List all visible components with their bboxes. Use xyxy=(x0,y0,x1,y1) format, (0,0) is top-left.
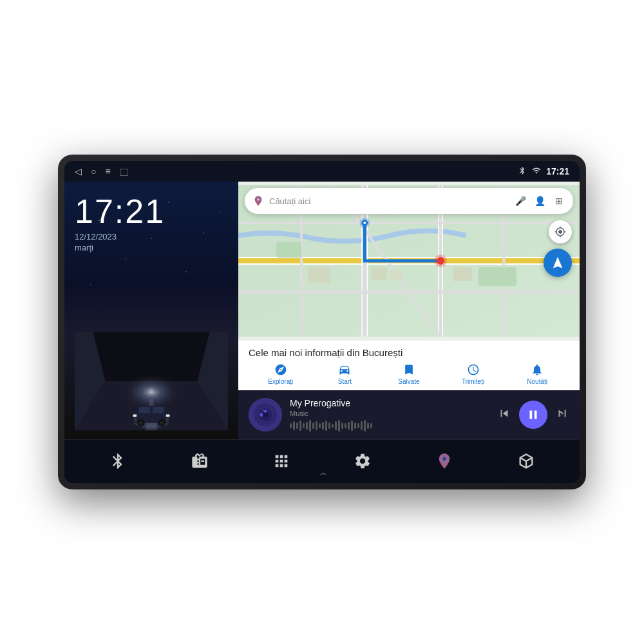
svg-rect-18 xyxy=(166,414,170,417)
dock-handle[interactable] xyxy=(309,468,335,479)
waveform-bar xyxy=(299,421,301,431)
map-search-bar[interactable]: Căutați aici 🎤 👤 ⊞ xyxy=(245,188,573,214)
previous-track-button[interactable] xyxy=(497,406,511,424)
microphone-icon[interactable]: 🎤 xyxy=(514,194,527,207)
waveform-bar xyxy=(316,421,317,430)
music-subtitle: Music xyxy=(290,410,489,417)
music-title: My Prerogative xyxy=(290,398,489,408)
dock-settings[interactable] xyxy=(354,452,372,470)
waveform-bar xyxy=(354,422,356,429)
music-info: My Prerogative Music xyxy=(290,398,489,431)
svg-rect-12 xyxy=(153,407,164,413)
svg-rect-36 xyxy=(390,270,403,280)
waveform-bar xyxy=(325,421,327,431)
bluetooth-status-icon xyxy=(518,166,527,177)
dock-maps[interactable] xyxy=(435,452,453,470)
music-controls xyxy=(497,401,569,429)
status-icons: 17:21 xyxy=(518,166,569,177)
device-screen: ◁ ○ ≡ ⬚ 17:21 xyxy=(64,161,580,483)
svg-rect-20 xyxy=(166,418,169,422)
main-content: 17:21 12/12/2023 marți xyxy=(64,182,580,439)
dock-divider xyxy=(64,439,580,440)
google-maps-icon xyxy=(252,195,264,207)
svg-rect-37 xyxy=(453,267,472,281)
map-nav-saved-label: Salvate xyxy=(398,378,419,385)
svg-rect-19 xyxy=(134,418,137,422)
waveform-bar xyxy=(338,420,340,431)
map-nav-send-label: Trimiteți xyxy=(462,378,484,385)
waveform-bar xyxy=(370,423,372,428)
dock-radio[interactable] xyxy=(191,452,209,470)
svg-rect-11 xyxy=(139,407,150,413)
map-nav-start-label: Start xyxy=(338,378,352,385)
svg-rect-38 xyxy=(308,267,330,283)
map-navigate-button[interactable] xyxy=(544,249,572,277)
map-nav-news-label: Noutăți xyxy=(527,378,547,385)
screenshot-icon[interactable]: ⬚ xyxy=(120,166,128,176)
dock-bluetooth[interactable] xyxy=(109,452,127,470)
svg-point-41 xyxy=(363,222,366,224)
dock-3d-box[interactable] xyxy=(517,452,535,470)
map-nav-saved[interactable]: Salvate xyxy=(377,363,441,385)
waveform-bar xyxy=(335,421,337,430)
music-waveform xyxy=(290,420,489,431)
status-bar: ◁ ○ ≡ ⬚ 17:21 xyxy=(64,161,580,182)
svg-rect-17 xyxy=(133,414,137,417)
svg-point-47 xyxy=(263,412,268,417)
map-container[interactable]: Căutați aici 🎤 👤 ⊞ xyxy=(238,182,580,340)
home-icon[interactable]: ○ xyxy=(91,166,96,176)
waveform-bar xyxy=(348,422,350,430)
waveform-bar xyxy=(322,422,324,430)
grid-icon[interactable]: ⊞ xyxy=(553,194,565,207)
waveform-bar xyxy=(319,423,321,428)
tunnel-scene xyxy=(75,330,228,433)
svg-point-7 xyxy=(115,363,188,412)
waveform-bar xyxy=(357,423,359,428)
waveform-bar xyxy=(332,424,334,428)
clock-section: 17:21 12/12/2023 marți xyxy=(75,194,228,252)
waveform-bar xyxy=(296,422,298,429)
nav-buttons: ◁ ○ ≡ ⬚ xyxy=(75,166,128,176)
map-nav-news[interactable]: Noutăți xyxy=(505,363,569,385)
waveform-bar xyxy=(303,423,305,428)
map-nav-explore[interactable]: Explorați xyxy=(249,363,313,385)
waveform-bar xyxy=(341,422,343,429)
waveform-bar xyxy=(364,420,366,431)
svg-rect-34 xyxy=(276,242,301,258)
menu-icon[interactable]: ≡ xyxy=(105,166,110,176)
dock-apps[interactable] xyxy=(272,452,290,470)
waveform-bar xyxy=(345,423,346,428)
play-pause-button[interactable] xyxy=(519,401,547,429)
map-search-icons: 🎤 👤 ⊞ xyxy=(514,194,565,207)
status-time: 17:21 xyxy=(546,166,569,176)
map-info-panel: Cele mai noi informații din București Ex… xyxy=(238,340,580,390)
map-nav-start[interactable]: Start xyxy=(313,363,377,385)
map-nav-send[interactable]: Trimiteți xyxy=(441,363,506,385)
waveform-bar xyxy=(367,422,369,429)
waveform-bar xyxy=(361,421,363,430)
wifi-status-icon xyxy=(532,166,541,177)
right-panel: Căutați aici 🎤 👤 ⊞ xyxy=(238,182,580,439)
clock-date: 12/12/2023 xyxy=(75,232,228,242)
clock-day: marți xyxy=(75,243,228,252)
clock-time: 17:21 xyxy=(75,194,228,228)
waveform-bar xyxy=(309,420,311,431)
device-frame: ◁ ○ ≡ ⬚ 17:21 xyxy=(58,155,586,489)
map-location-button[interactable] xyxy=(549,220,572,243)
waveform-bar xyxy=(328,422,330,429)
map-info-title: Cele mai noi informații din București xyxy=(249,347,569,358)
waveform-bar xyxy=(293,421,295,430)
music-album-art xyxy=(249,398,282,431)
account-icon[interactable]: 👤 xyxy=(533,194,546,207)
music-player: My Prerogative Music xyxy=(238,390,580,439)
svg-rect-35 xyxy=(371,267,387,280)
waveform-bar xyxy=(306,422,308,430)
svg-point-43 xyxy=(437,257,444,265)
map-search-placeholder[interactable]: Căutați aici xyxy=(269,196,509,206)
back-icon[interactable]: ◁ xyxy=(75,166,82,176)
waveform-bar xyxy=(312,422,314,429)
waveform-bar xyxy=(290,423,292,428)
waveform-bar xyxy=(351,421,353,431)
next-track-button[interactable] xyxy=(555,406,569,424)
svg-point-16 xyxy=(160,421,164,425)
